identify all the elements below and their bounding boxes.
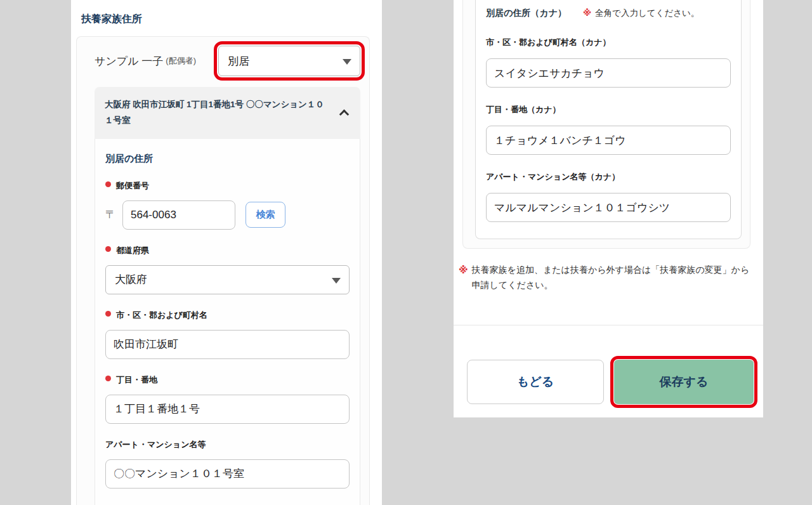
footnote-text: 扶養家族を追加、または扶養から外す場合は「扶養家族の変更」から申請してください。 [472, 263, 753, 293]
form-panel-upper: 扶養家族住所 サンプル 一子 (配偶者) 別居 大阪府 吹田市江坂町 1丁目1番… [71, 0, 382, 505]
kana-city-field: 市・区・郡および町村名（カナ） [486, 37, 731, 88]
prefecture-label: 都道府県 [116, 245, 149, 256]
postal-search-button[interactable]: 検索 [246, 202, 285, 228]
kana-building-label: アパート・マンション名等（カナ） [486, 171, 620, 183]
building-label-row: アパート・マンション名等 [105, 439, 350, 450]
prefecture-select[interactable]: 大阪府 [105, 265, 350, 294]
chevron-down-icon [343, 59, 351, 65]
block-field: 丁目・番地 [105, 374, 350, 424]
asterisk-mark-icon: ※ [583, 8, 591, 18]
kana-block-input[interactable] [486, 126, 731, 155]
address-accordion-body: 別居の住所 郵便番号 〒 検索 都道府県 [95, 139, 360, 505]
member-relation: (配偶者) [166, 55, 196, 67]
block-label: 丁目・番地 [116, 374, 157, 386]
residence-type-value: 別居 [228, 54, 249, 69]
address-summary: 大阪府 吹田市江坂町 1丁目1番地1号 〇〇マンション１０１号室 [105, 100, 324, 125]
page-title: 扶養家族住所 [81, 13, 382, 26]
address-accordion-header[interactable]: 大阪府 吹田市江坂町 1丁目1番地1号 〇〇マンション１０１号室 [95, 87, 360, 139]
city-field: 市・区・郡および町村名 [105, 310, 350, 359]
prefecture-field: 都道府県 大阪府 [105, 245, 350, 294]
footer-divider [454, 325, 763, 325]
kana-building-input[interactable] [486, 193, 731, 222]
footer-button-row: もどる 保存する [454, 360, 763, 404]
member-name: サンプル 一子 [95, 54, 163, 69]
required-dot-icon [105, 246, 111, 252]
dependent-address-card-continued: 別居の住所（カナ） ※全角で入力してください。 市・区・郡および町村名（カナ） … [462, 0, 750, 249]
city-label-row: 市・区・郡および町村名 [105, 310, 350, 321]
kana-city-label: 市・区・郡および町村名（カナ） [486, 37, 611, 48]
address-accordion: 大阪府 吹田市江坂町 1丁目1番地1号 〇〇マンション１０１号室 別居の住所 郵… [95, 87, 360, 505]
building-label: アパート・マンション名等 [105, 439, 206, 450]
postal-code-input[interactable] [122, 200, 235, 230]
kana-input-note: ※全角で入力してください。 [583, 8, 699, 19]
postal-code-label-row: 郵便番号 [105, 180, 350, 192]
kana-note-text: 全角で入力してください。 [595, 8, 699, 18]
chevron-down-icon [332, 278, 341, 284]
dependent-address-card: サンプル 一子 (配偶者) 別居 大阪府 吹田市江坂町 1丁目1番地1号 〇〇マ… [76, 36, 370, 505]
kana-block-label-row: 丁目・番地（カナ） [486, 104, 731, 115]
kana-address-card: 別居の住所（カナ） ※全角で入力してください。 市・区・郡および町村名（カナ） … [475, 0, 742, 239]
city-input[interactable] [105, 330, 350, 359]
asterisk-mark-icon: ※ [459, 263, 468, 293]
save-button[interactable]: 保存する [614, 360, 754, 404]
dependent-change-footnote: ※ 扶養家族を追加、または扶養から外す場合は「扶養家族の変更」から申請してくださ… [459, 263, 753, 293]
postal-code-field: 郵便番号 〒 検索 [105, 180, 350, 230]
required-dot-icon [105, 181, 111, 187]
kana-city-label-row: 市・区・郡および町村名（カナ） [486, 37, 731, 48]
kana-city-input[interactable] [486, 58, 731, 88]
kana-block-field: 丁目・番地（カナ） [486, 104, 731, 155]
building-field: アパート・マンション名等 [105, 439, 350, 489]
postal-code-row: 〒 検索 [105, 200, 350, 230]
kana-block-label: 丁目・番地（カナ） [486, 104, 561, 115]
prefecture-label-row: 都道府県 [105, 245, 350, 256]
postal-code-label: 郵便番号 [116, 180, 149, 192]
block-input[interactable] [105, 395, 350, 424]
kana-building-label-row: アパート・マンション名等（カナ） [486, 171, 731, 183]
required-dot-icon [105, 311, 111, 317]
kana-building-field: アパート・マンション名等（カナ） [486, 171, 731, 222]
building-input[interactable] [105, 459, 350, 489]
prefecture-value: 大阪府 [115, 272, 147, 287]
back-button[interactable]: もどる [467, 360, 604, 404]
section-title-separate-address: 別居の住所 [105, 153, 350, 165]
postal-mark-icon: 〒 [105, 207, 116, 222]
chevron-up-icon [339, 109, 350, 119]
residence-type-select[interactable]: 別居 [218, 46, 360, 76]
form-panel-lower: 別居の住所（カナ） ※全角で入力してください。 市・区・郡および町村名（カナ） … [454, 0, 763, 417]
city-label: 市・区・郡および町村名 [116, 310, 207, 321]
block-label-row: 丁目・番地 [105, 374, 350, 386]
required-dot-icon [105, 376, 111, 381]
kana-section-header: 別居の住所（カナ） ※全角で入力してください。 [486, 8, 731, 19]
kana-section-title: 別居の住所（カナ） [486, 8, 566, 19]
member-row: サンプル 一子 (配偶者) 別居 [95, 46, 360, 76]
